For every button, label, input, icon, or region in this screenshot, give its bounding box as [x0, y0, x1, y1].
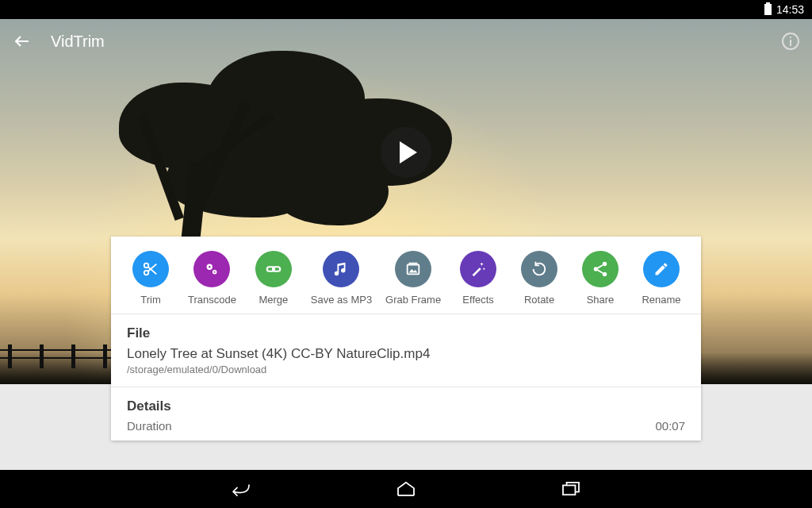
pencil-icon — [643, 251, 680, 287]
svg-point-0 — [144, 264, 149, 268]
play-button[interactable] — [381, 127, 431, 178]
back-button[interactable] — [13, 32, 32, 51]
details-card: Trim Transcode Merge — [111, 237, 701, 441]
action-label: Grab Frame — [385, 294, 441, 306]
file-section: File Lonely Tree at Sunset (4K) CC-BY Na… — [111, 314, 701, 375]
merge-button[interactable]: Merge — [250, 251, 297, 306]
effects-button[interactable]: Effects — [454, 251, 502, 306]
app-title: VidTrim — [51, 33, 105, 51]
nav-recent-button[interactable] — [560, 478, 582, 500]
svg-point-5 — [214, 271, 216, 273]
rename-button[interactable]: Rename — [638, 251, 685, 306]
svg-point-11 — [603, 272, 607, 277]
play-icon — [400, 141, 417, 164]
nav-bar — [0, 470, 812, 508]
link-icon — [255, 251, 292, 287]
rotate-icon — [521, 251, 557, 287]
action-label: Effects — [462, 294, 494, 306]
gears-icon — [193, 251, 230, 287]
grab-frame-button[interactable]: Grab Frame — [385, 251, 441, 306]
action-label: Rotate — [524, 294, 554, 306]
music-icon — [323, 251, 359, 287]
file-path: /storage/emulated/0/Download — [127, 364, 685, 375]
svg-rect-8 — [408, 265, 419, 275]
svg-point-9 — [603, 262, 607, 267]
app-bar: VidTrim — [0, 19, 812, 64]
file-heading: File — [127, 325, 685, 341]
action-label: Rename — [642, 294, 680, 306]
battery-icon — [764, 4, 772, 15]
details-heading: Details — [127, 398, 685, 414]
share-icon — [582, 251, 619, 287]
file-name: Lonely Tree at Sunset (4K) CC-BY NatureC… — [127, 346, 685, 362]
nav-back-button[interactable] — [230, 478, 252, 500]
svg-point-1 — [144, 271, 149, 275]
action-row: Trim Transcode Merge — [111, 237, 701, 314]
svg-point-3 — [209, 266, 210, 267]
scissors-icon — [132, 251, 169, 287]
share-button[interactable]: Share — [576, 251, 624, 306]
action-label: Merge — [259, 294, 288, 306]
duration-row: Duration 00:07 — [127, 419, 685, 433]
trim-button[interactable]: Trim — [127, 251, 174, 306]
status-time: 14:53 — [776, 3, 804, 16]
duration-label: Duration — [127, 419, 172, 433]
action-label: Save as MP3 — [311, 294, 372, 306]
svg-rect-12 — [563, 485, 575, 495]
action-label: Transcode — [188, 294, 236, 306]
action-label: Trim — [140, 294, 161, 306]
nav-home-button[interactable] — [395, 478, 417, 500]
details-section: Details Duration 00:07 — [111, 387, 701, 433]
svg-point-10 — [594, 267, 599, 271]
wand-icon — [460, 251, 496, 287]
image-icon — [395, 251, 431, 287]
status-bar: 14:53 — [0, 0, 812, 19]
rotate-button[interactable]: Rotate — [515, 251, 563, 306]
transcode-button[interactable]: Transcode — [188, 251, 236, 306]
action-label: Share — [587, 294, 615, 306]
save-mp3-button[interactable]: Save as MP3 — [311, 251, 372, 306]
duration-value: 00:07 — [655, 419, 685, 433]
info-button[interactable] — [782, 33, 799, 50]
